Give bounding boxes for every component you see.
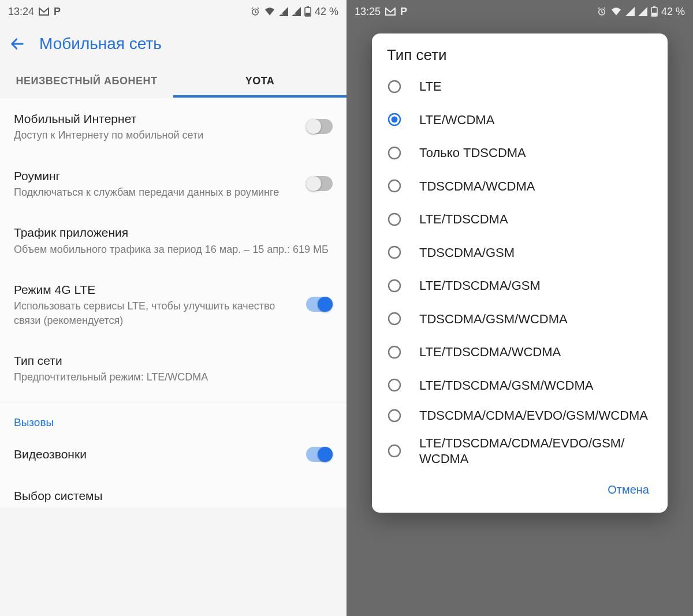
toggle-roaming[interactable]: [306, 176, 333, 191]
radio-option[interactable]: TDSCDMA/GSM: [372, 236, 668, 270]
item-title: Видеозвонки: [14, 446, 297, 462]
radio-option[interactable]: TDSCDMA/GSM/WCDMA: [372, 303, 668, 336]
tab-yota[interactable]: YOTA: [173, 65, 346, 98]
radio-label: LTE/WCDMA: [419, 112, 494, 128]
svg-point-14: [389, 180, 400, 192]
svg-text:x: x: [281, 11, 283, 16]
radio-label: LTE: [419, 79, 442, 95]
item-title: Мобильный Интернет: [14, 111, 297, 127]
toggle-4g-lte[interactable]: [306, 297, 333, 312]
radio-icon: [387, 245, 402, 260]
item-mobile-data[interactable]: Мобильный Интернет Доступ к Интернету по…: [0, 98, 346, 155]
radio-label: LTE/TDSCDMA/WCDMA: [419, 344, 561, 360]
radio-option[interactable]: LTE: [372, 70, 668, 103]
radio-icon: [387, 408, 402, 423]
radio-label: Только TDSCDMA: [419, 145, 526, 161]
radio-icon: [387, 212, 402, 227]
radio-option[interactable]: LTE/TDSCDMA/CDMA/EVDO/GSM/WCDMA: [372, 430, 668, 473]
radio-label: LTE/TDSCDMA/GSM/WCDMA: [419, 378, 594, 394]
item-4g-lte-mode[interactable]: Режим 4G LTE Использовать сервисы LTE, ч…: [0, 269, 346, 340]
svg-point-20: [389, 379, 400, 391]
dialog-scrim[interactable]: Тип сети LTELTE/WCDMAТолько TDSCDMATDSCD…: [346, 0, 693, 616]
radio-option[interactable]: LTE/TDSCDMA/GSM: [372, 269, 668, 303]
radio-icon: [387, 311, 402, 326]
item-title: Выбор системы: [14, 488, 333, 504]
radio-icon: [387, 79, 402, 94]
item-subtitle: Объем мобильного трафика за период 16 ма…: [14, 242, 333, 256]
radio-option[interactable]: TDSCDMA/WCDMA: [372, 170, 668, 203]
radio-option[interactable]: LTE/WCDMA: [372, 103, 668, 137]
svg-point-10: [389, 81, 400, 92]
radio-icon: [387, 145, 402, 160]
item-system-select[interactable]: Выбор системы: [0, 475, 346, 507]
svg-point-21: [389, 410, 400, 421]
tab-unknown-subscriber[interactable]: НЕИЗВЕСТНЫЙ АБОНЕНТ: [0, 65, 173, 98]
radio-option[interactable]: LTE/TDSCDMA/GSM/WCDMA: [372, 369, 668, 402]
radio-label: LTE/TDSCDMA/GSM: [419, 278, 541, 294]
radio-icon: [387, 112, 402, 127]
svg-point-16: [389, 247, 400, 258]
item-title: Роуминг: [14, 168, 297, 184]
network-type-dialog: Тип сети LTELTE/WCDMAТолько TDSCDMATDSCD…: [372, 33, 668, 513]
radio-list: LTELTE/WCDMAТолько TDSCDMATDSCDMA/WCDMAL…: [372, 70, 668, 473]
app-bar: Мобильная сеть: [0, 23, 346, 65]
cancel-button[interactable]: Отмена: [603, 477, 654, 502]
item-app-traffic[interactable]: Трафик приложения Объем мобильного трафи…: [0, 212, 346, 269]
signal-1-icon: x: [279, 7, 288, 16]
radio-icon: [387, 345, 402, 360]
item-subtitle: Подключаться к службам передачи данных в…: [14, 185, 297, 199]
sim-tabs: НЕИЗВЕСТНЫЙ АБОНЕНТ YOTA: [0, 65, 346, 98]
signal-2-icon: x: [292, 7, 301, 16]
back-icon[interactable]: [9, 36, 25, 52]
radio-option[interactable]: LTE/TDSCDMA/WCDMA: [372, 335, 668, 369]
toggle-mobile-data[interactable]: [306, 119, 333, 134]
radio-icon: [387, 443, 402, 458]
svg-point-17: [389, 280, 400, 292]
item-title: Режим 4G LTE: [14, 282, 297, 298]
radio-option[interactable]: Только TDSCDMA: [372, 136, 668, 170]
screen-mobile-network: 13:24 P x x 42 % Мобильная сеть НЕИЗВЕСТ…: [0, 0, 346, 616]
radio-icon: [387, 278, 402, 293]
alarm-icon: [250, 6, 260, 17]
battery-icon: [304, 6, 311, 17]
svg-point-22: [389, 445, 400, 457]
item-roaming[interactable]: Роуминг Подключаться к службам передачи …: [0, 155, 346, 212]
svg-point-15: [389, 214, 400, 225]
svg-point-18: [389, 313, 400, 324]
radio-option[interactable]: LTE/TDSCDMA: [372, 203, 668, 236]
radio-label: TDSCDMA/WCDMA: [419, 178, 535, 195]
item-title: Трафик приложения: [14, 225, 333, 241]
radio-label: LTE/TDSCDMA/CDMA/EVDO/GSM/WCDMA: [419, 435, 653, 467]
battery-percent: 42 %: [315, 6, 338, 18]
screen-network-type-dialog: 13:25 P 42 % Тип сети LTELTE/WCDMAТолько…: [346, 0, 693, 616]
item-video-calls[interactable]: Видеозвонки: [0, 434, 346, 475]
status-time: 13:24: [8, 6, 34, 18]
gmail-icon: [39, 8, 49, 16]
item-subtitle: Доступ к Интернету по мобильной сети: [14, 128, 297, 142]
dialog-title: Тип сети: [372, 46, 668, 70]
wifi-icon: [264, 7, 275, 16]
radio-label: TDSCDMA/GSM/WCDMA: [419, 311, 568, 327]
svg-text:x: x: [293, 11, 296, 16]
radio-icon: [387, 378, 402, 393]
radio-label: TDSCDMA/GSM: [419, 245, 515, 261]
item-title: Тип сети: [14, 353, 333, 369]
svg-point-19: [389, 346, 400, 358]
radio-icon: [387, 178, 402, 193]
svg-rect-4: [307, 6, 309, 8]
settings-list: Мобильный Интернет Доступ к Интернету по…: [0, 98, 346, 507]
svg-point-13: [389, 147, 400, 159]
item-subtitle: Предпочтительный режим: LTE/WCDMA: [14, 370, 333, 384]
app-p-icon: P: [54, 6, 61, 18]
radio-label: LTE/TDSCDMA: [419, 211, 508, 227]
item-subtitle: Использовать сервисы LTE, чтобы улучшить…: [14, 299, 297, 327]
radio-label: TDSCDMA/CDMA/EVDO/GSM/WCDMA: [419, 408, 648, 424]
toggle-video-calls[interactable]: [306, 447, 333, 462]
section-calls: Вызовы: [0, 402, 346, 434]
page-title: Мобильная сеть: [39, 35, 162, 53]
svg-point-12: [392, 117, 398, 123]
item-network-type[interactable]: Тип сети Предпочтительный режим: LTE/WCD…: [0, 340, 346, 397]
status-bar: 13:24 P x x 42 %: [0, 0, 346, 23]
svg-rect-5: [305, 13, 310, 16]
radio-option[interactable]: TDSCDMA/CDMA/EVDO/GSM/WCDMA: [372, 402, 668, 430]
